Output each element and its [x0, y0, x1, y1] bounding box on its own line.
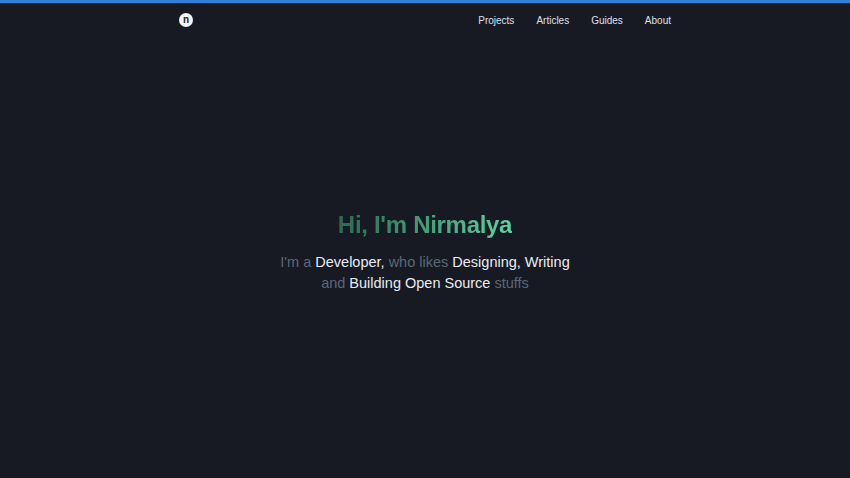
hero-subtitle-line: and Building Open Source stuffs — [179, 273, 671, 294]
nav-item-guides[interactable]: Guides — [591, 15, 623, 26]
hero-subtitle-segment: I'm a — [280, 254, 315, 270]
hero-subtitle-segment: stuffs — [490, 275, 528, 291]
hero-subtitle-segment: Developer, — [315, 254, 384, 270]
nav-item-about[interactable]: About — [645, 15, 671, 26]
logo[interactable]: n — [179, 13, 193, 27]
logo-letter: n — [183, 15, 189, 25]
hero-section: Hi, I'm Nirmalya I'm a Developer, who li… — [0, 31, 850, 294]
hero-subtitle-segment: Designing, Writing — [452, 254, 569, 270]
hero-subtitle-line: I'm a Developer, who likes Designing, Wr… — [179, 252, 671, 273]
nav-item-articles[interactable]: Articles — [536, 15, 569, 26]
main-nav: Projects Articles Guides About — [478, 15, 671, 26]
hero-subtitle-segment: Building Open Source — [349, 275, 490, 291]
site-header: n Projects Articles Guides About — [0, 3, 850, 31]
nav-item-projects[interactable]: Projects — [478, 15, 514, 26]
hero-subtitle-segment: who likes — [385, 254, 453, 270]
hero-title: Hi, I'm Nirmalya — [338, 211, 512, 239]
hero-subtitle-segment: and — [321, 275, 349, 291]
hero-subtitle: I'm a Developer, who likes Designing, Wr… — [179, 252, 671, 294]
